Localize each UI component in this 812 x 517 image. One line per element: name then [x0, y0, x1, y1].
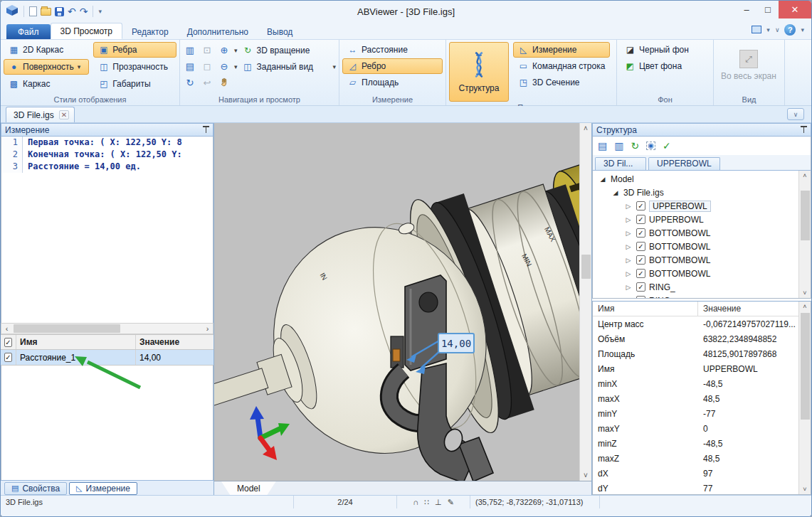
scroll-up-icon[interactable]: ˄ [584, 123, 588, 134]
tab-file[interactable]: Файл [6, 24, 51, 39]
collapsed-icon[interactable]: ▷ [624, 270, 633, 277]
maximize-button[interactable]: □ [757, 1, 779, 18]
surface-dropdown-icon[interactable]: ▾ [78, 63, 81, 70]
scroll-right-icon[interactable]: › [202, 324, 213, 333]
scroll-up-icon[interactable]: ˄ [803, 302, 806, 311]
scroll-down-icon[interactable]: ˅ [584, 470, 588, 481]
scroll-down-icon[interactable]: ˅ [803, 484, 806, 494]
copy-view-icon[interactable]: ▤ [183, 61, 197, 72]
scroll-up-icon[interactable]: ˄ [803, 171, 806, 181]
show-selection-icon[interactable]: ◉ [646, 142, 655, 150]
new-document-button[interactable] [29, 6, 37, 16]
visibility-checkbox[interactable]: ✓ [636, 215, 645, 224]
3d-rotation-button[interactable]: ↻3D вращение [241, 43, 312, 58]
tree-scrollbar[interactable]: ˄ ˅ [798, 171, 811, 298]
zoom-window-icon[interactable]: ⊡ [200, 45, 214, 55]
layout-horizontal-icon[interactable]: ▤ [598, 141, 607, 151]
visibility-checkbox[interactable]: ✓ [636, 242, 645, 251]
select-all-checkbox[interactable]: ✓ [4, 338, 12, 347]
switch-windows-dropdown[interactable]: ▾ [766, 26, 770, 33]
property-row[interactable]: Площадь48125,9017897868 [593, 346, 798, 361]
arrange-views-icon[interactable]: ▥ [183, 45, 197, 55]
redo-button[interactable]: ↷ [80, 6, 88, 16]
collapsed-icon[interactable]: ▷ [624, 230, 633, 237]
scrollbar-thumb[interactable] [801, 191, 810, 240]
pan-hand-icon[interactable] [217, 77, 231, 90]
property-row[interactable]: minZ-48,5 [593, 436, 798, 451]
refresh-icon[interactable]: ↻ [631, 141, 639, 151]
tab-3d-view[interactable]: 3D Просмотр [51, 23, 122, 39]
tree-node-part[interactable]: ▷✓BOTTOMBOWL [593, 253, 798, 267]
tab-advanced[interactable]: Дополнительно [178, 24, 258, 39]
collapse-panels-button[interactable]: ∨ [787, 108, 804, 120]
scroll-down-icon[interactable]: ˅ [803, 288, 806, 298]
visibility-checkbox[interactable]: ✓ [636, 269, 645, 278]
edge-measure-button[interactable]: ◿Ребро [342, 58, 443, 74]
previous-view-icon[interactable]: ↩ [200, 78, 214, 88]
close-button[interactable]: ✕ [779, 1, 811, 18]
collapsed-icon[interactable]: ▷ [624, 216, 633, 223]
transparency-button[interactable]: ◫Прозрачность [93, 59, 176, 75]
measure-panel-button[interactable]: ◺Измерение [513, 42, 610, 58]
collapsed-icon[interactable]: ▷ [624, 284, 633, 291]
tree-node-part[interactable]: ▷✓BOTTOMBOWL [593, 240, 798, 253]
2d-wireframe-button[interactable]: ▦2D Каркас [4, 42, 89, 58]
document-close-icon[interactable]: ✕ [59, 110, 69, 119]
properties-scrollbar[interactable]: ˄ ˅ [798, 302, 811, 494]
viewport-vertical-scrollbar[interactable]: ˄ ˅ [579, 123, 591, 481]
property-row[interactable]: minX-48,5 [593, 376, 798, 391]
named-view-dropdown[interactable]: ▾ [332, 63, 336, 70]
grid-icon[interactable]: ∷ [424, 498, 429, 507]
tab-measure[interactable]: ◺Измерение [69, 482, 137, 495]
snap-icon[interactable]: ∩ [413, 498, 418, 506]
row-checkbox[interactable]: ✓ [4, 353, 12, 362]
switch-windows-icon[interactable] [752, 23, 761, 36]
document-tab[interactable]: 3D File.igs ✕ [6, 107, 75, 122]
tree-node-part[interactable]: ▷✓RING_ [593, 280, 798, 294]
collapsed-icon[interactable]: ▷ [624, 257, 633, 264]
layout-vertical-icon[interactable]: ▥ [614, 141, 623, 151]
wireframe-button[interactable]: ▩Каркас [4, 76, 89, 92]
tab-editor[interactable]: Редактор [122, 24, 178, 39]
property-row[interactable]: maxY0 [593, 421, 798, 436]
background-color-button[interactable]: ◩Цвет фона [620, 58, 710, 74]
property-row[interactable]: ИмяUPPERBOWL [593, 361, 798, 376]
viewport-3d[interactable]: MIN MAX IN [214, 123, 579, 481]
surface-button[interactable]: ●Поверхность▾ [4, 59, 89, 75]
property-row[interactable]: minY-77 [593, 406, 798, 421]
tab-output[interactable]: Вывод [258, 24, 302, 39]
tree-node-part[interactable]: ▷✓BOTTOMBOWL [593, 226, 798, 240]
scrollbar-thumb[interactable] [801, 313, 810, 420]
command-line-button[interactable]: ▭Командная строка [513, 58, 610, 74]
collapse-ribbon-button[interactable]: ∨ [775, 26, 780, 33]
tree-node-part[interactable]: ▷✓BOTTOMBOWL [593, 267, 798, 280]
visibility-checkbox[interactable]: ✓ [636, 296, 645, 299]
collapsed-icon[interactable]: ▷ [624, 203, 633, 210]
structure-tab-upperbowl[interactable]: UPPERBOWL [648, 157, 720, 170]
property-row[interactable]: Центр масс-0,0672149757027119... [593, 316, 798, 331]
help-dropdown[interactable]: ▾ [801, 26, 804, 33]
named-view-button[interactable]: ◫Заданный вид [241, 59, 316, 75]
visibility-checkbox[interactable]: ✓ [636, 282, 645, 292]
fit-extents-icon[interactable]: ◻ [200, 61, 214, 72]
pencil-icon[interactable]: ✎ [448, 498, 454, 507]
scrollbar-thumb[interactable] [581, 255, 591, 279]
tree-node-file[interactable]: ◢3D File.igs [593, 186, 798, 199]
horizontal-scrollbar[interactable]: ‹ › [1, 323, 213, 334]
save-file-button[interactable] [55, 7, 64, 16]
zoom-in-icon[interactable]: ⊕ [217, 45, 231, 55]
property-row[interactable]: dY77 [593, 481, 798, 494]
fullscreen-button[interactable]: ⤢ Во весь экран [717, 42, 781, 89]
distance-button[interactable]: ↔Расстояние [342, 42, 443, 58]
scrollbar-thumb[interactable] [14, 324, 120, 333]
zoom-in-dropdown[interactable]: ▾ [234, 47, 238, 54]
customize-quick-access-button[interactable]: ▾ [98, 8, 102, 15]
tree-node-part[interactable]: ▷✓UPPERBOWL [593, 199, 798, 213]
collapsed-icon[interactable]: ▷ [624, 297, 633, 299]
expanded-icon[interactable]: ◢ [611, 189, 620, 196]
ortho-icon[interactable]: ⊥ [435, 498, 442, 507]
expanded-icon[interactable]: ◢ [599, 176, 607, 183]
property-row[interactable]: Объём63822,2348948852 [593, 331, 798, 346]
model-tab[interactable]: Model [221, 481, 276, 495]
load-model-icon[interactable]: ✓ [663, 141, 671, 151]
